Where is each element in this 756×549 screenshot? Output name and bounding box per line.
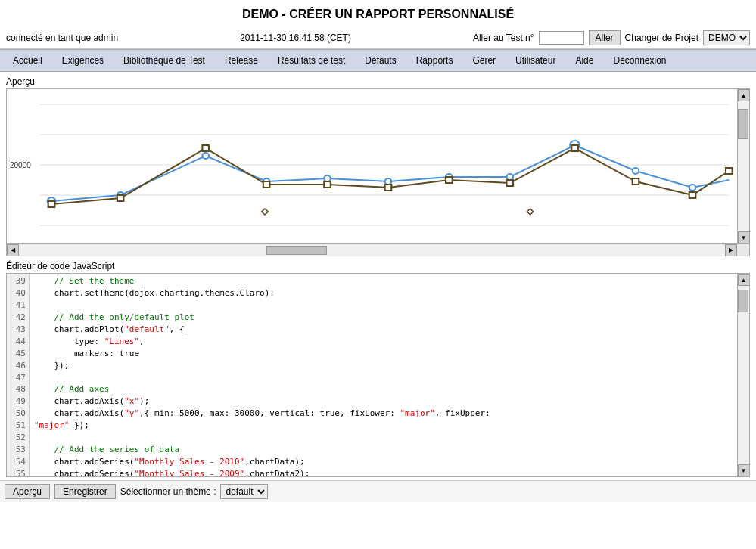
theme-label: Sélectionner un thème : bbox=[120, 486, 216, 497]
bottom-toolbar: Aperçu Enregistrer Sélectionner un thème… bbox=[0, 480, 756, 502]
top-bar-right: Aller au Test n° Aller Changer de Projet… bbox=[473, 30, 750, 45]
code-editor-section: Éditeur de code JavaScript 39 40 41 42 4… bbox=[6, 261, 750, 477]
nav-item-resultats[interactable]: Résultats de test bbox=[268, 51, 355, 70]
chart-scrollbar-y: ▲ ▼ bbox=[737, 89, 749, 243]
nav-bar: Accueil Exigences Bibliothèque de Test R… bbox=[0, 49, 756, 72]
svg-rect-20 bbox=[324, 181, 331, 188]
page-title: DEMO - CRÉER UN RAPPORT PERSONNALISÉ bbox=[0, 0, 756, 27]
theme-select[interactable]: default blue green red bbox=[220, 484, 268, 499]
nav-item-aide[interactable]: Aide bbox=[565, 51, 603, 70]
svg-rect-21 bbox=[385, 185, 392, 191]
chart-hscroll: ◀ ▶ bbox=[7, 243, 749, 256]
code-scrollbar: ▲ ▼ bbox=[737, 274, 749, 476]
nav-item-rapports[interactable]: Rapports bbox=[406, 51, 463, 70]
code-scroll-thumb[interactable] bbox=[738, 290, 748, 312]
goto-label: Aller au Test n° bbox=[473, 33, 534, 43]
svg-rect-18 bbox=[202, 145, 209, 151]
user-info: connecté en tant que admin bbox=[6, 33, 118, 43]
svg-rect-26 bbox=[689, 192, 696, 198]
nav-item-utilisateur[interactable]: Utilisateur bbox=[506, 51, 565, 70]
scroll-up-btn[interactable]: ▲ bbox=[738, 89, 750, 101]
code-scroll-track bbox=[738, 286, 749, 464]
goto-input[interactable] bbox=[539, 31, 584, 45]
scroll-track-x bbox=[19, 245, 725, 256]
datetime: 2011-11-30 16:41:58 (CET) bbox=[240, 33, 351, 43]
svg-point-9 bbox=[324, 175, 331, 181]
apercu-label: Aperçu bbox=[6, 75, 750, 87]
svg-point-12 bbox=[506, 174, 513, 180]
svg-rect-24 bbox=[571, 145, 578, 151]
nav-item-defauts[interactable]: Défauts bbox=[355, 51, 406, 70]
nav-item-accueil[interactable]: Accueil bbox=[3, 51, 52, 70]
svg-marker-28 bbox=[262, 209, 269, 215]
goto-button[interactable]: Aller bbox=[589, 30, 621, 45]
svg-point-14 bbox=[633, 168, 639, 174]
code-scroll-down[interactable]: ▼ bbox=[738, 464, 750, 476]
code-content[interactable]: // Set the theme chart.setTheme(dojox.ch… bbox=[30, 274, 737, 476]
svg-rect-27 bbox=[726, 168, 733, 174]
scroll-thumb-x[interactable] bbox=[266, 246, 327, 255]
svg-rect-23 bbox=[506, 180, 513, 186]
svg-marker-29 bbox=[527, 209, 534, 215]
code-editor-container[interactable]: 39 40 41 42 43 44 45 46 47 48 49 50 51 5… bbox=[6, 273, 750, 477]
chart-area: 20000 bbox=[7, 89, 737, 243]
project-select[interactable]: DEMO bbox=[703, 30, 750, 45]
svg-rect-25 bbox=[633, 178, 639, 185]
nav-item-exigences[interactable]: Exigences bbox=[52, 51, 114, 70]
svg-rect-16 bbox=[48, 201, 55, 207]
chart-line-2 bbox=[51, 148, 729, 204]
chart-wrapper: 20000 bbox=[6, 88, 750, 256]
scroll-thumb-y[interactable] bbox=[738, 109, 748, 139]
chart-svg bbox=[7, 89, 737, 243]
main-content: Aperçu 20000 bbox=[0, 72, 756, 480]
code-line-numbers: 39 40 41 42 43 44 45 46 47 48 49 50 51 5… bbox=[7, 274, 30, 476]
chart-inner: 20000 bbox=[7, 89, 749, 243]
change-project-label: Changer de Projet bbox=[625, 33, 698, 43]
chart-line-1 bbox=[51, 145, 729, 201]
scroll-right-btn[interactable]: ▶ bbox=[725, 244, 737, 256]
save-button[interactable]: Enregistrer bbox=[54, 484, 116, 499]
apercu-button[interactable]: Aperçu bbox=[5, 484, 50, 499]
nav-item-bibliotheque[interactable]: Bibliothèque de Test bbox=[114, 51, 215, 70]
svg-rect-17 bbox=[117, 195, 124, 201]
nav-item-deconnexion[interactable]: Déconnexion bbox=[603, 51, 676, 70]
svg-rect-22 bbox=[446, 177, 453, 183]
svg-rect-19 bbox=[263, 181, 270, 188]
y-axis-value: 20000 bbox=[10, 161, 31, 169]
nav-item-gerer[interactable]: Gérer bbox=[462, 51, 506, 70]
nav-item-release[interactable]: Release bbox=[215, 51, 268, 70]
svg-point-15 bbox=[689, 185, 696, 191]
scroll-track-y bbox=[738, 101, 749, 231]
code-scroll-up[interactable]: ▲ bbox=[738, 274, 750, 286]
svg-point-10 bbox=[385, 178, 392, 185]
top-bar: connecté en tant que admin 2011-11-30 16… bbox=[0, 27, 756, 49]
scroll-down-btn[interactable]: ▼ bbox=[738, 231, 750, 243]
scroll-left-btn[interactable]: ◀ bbox=[7, 244, 19, 256]
svg-point-7 bbox=[202, 153, 209, 159]
code-editor-label: Éditeur de code JavaScript bbox=[6, 261, 750, 271]
